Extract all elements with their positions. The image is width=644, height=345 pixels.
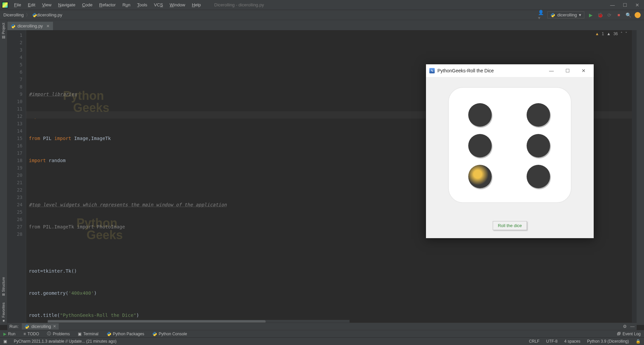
python-file-icon <box>32 13 37 17</box>
chevron-up-icon[interactable]: ˄ <box>621 31 623 36</box>
status-message: PyCharm 2021.1.3 available // Update... … <box>14 339 116 344</box>
breadcrumb-separator-icon: 〉 <box>26 12 30 18</box>
indent[interactable]: 4 spaces <box>564 339 580 344</box>
menu-window[interactable]: Window <box>166 2 189 7</box>
weak-warning-count: 36 <box>613 31 618 36</box>
gear-icon[interactable]: ⚙ <box>623 324 627 329</box>
tk-minimize-icon[interactable]: — <box>545 68 558 73</box>
tool-windows-icon[interactable]: ▣ <box>3 339 7 344</box>
breadcrumb-project[interactable]: Dicerolling <box>3 12 24 17</box>
watermark: Geeks <box>87 229 123 241</box>
avatar-icon[interactable] <box>635 12 641 18</box>
menu-navigate[interactable]: Navigate <box>55 2 78 7</box>
toolwindow-run[interactable]: ▶Run <box>3 332 15 336</box>
menu-edit[interactable]: Edit <box>24 2 39 7</box>
run-tool-tab-label: dicerolling <box>31 324 51 329</box>
debug-button[interactable]: 🐞 <box>597 12 603 18</box>
line-separator[interactable]: CRLF <box>529 339 539 344</box>
dice-pip <box>527 165 550 188</box>
right-gutter-strip <box>637 20 644 325</box>
dice-pip <box>527 134 550 157</box>
minimize-icon[interactable]: — <box>610 2 615 8</box>
window-title: Dicerolling - dicerolling.py <box>214 2 264 7</box>
toolwindow-console[interactable]: Python Console <box>152 332 187 336</box>
breadcrumb-file[interactable]: dicerolling.py <box>37 12 62 17</box>
menu-code[interactable]: Code <box>79 2 96 7</box>
dice-pip <box>468 165 492 188</box>
dice-pip <box>527 103 550 127</box>
run-button[interactable]: ▶ <box>588 12 594 18</box>
line-gutter: 1234567891011121314151617181920212223242… <box>7 30 26 323</box>
inspection-summary[interactable]: ▲1 ▲36 ˄ ˅ <box>595 31 627 36</box>
menu-refactor[interactable]: Refactor <box>96 2 119 7</box>
error-stripe[interactable] <box>632 30 637 323</box>
toolwindow-structure[interactable]: ≣ Structure <box>0 275 6 298</box>
tk-maximize-icon[interactable]: ☐ <box>561 68 574 73</box>
tk-window-title: PythonGeeks-Roll the Dice <box>437 68 494 73</box>
editor-tab-dicerolling[interactable]: dicerolling.py ✕ <box>7 22 53 30</box>
add-user-icon[interactable]: 👤▾ <box>538 12 544 18</box>
interpreter[interactable]: Python 3.9 (Dicerolling) <box>587 339 629 344</box>
maximize-icon[interactable]: ☐ <box>623 2 627 8</box>
python-file-icon <box>11 24 15 28</box>
encoding[interactable]: UTF-8 <box>546 339 557 344</box>
toolwindow-project[interactable]: ▤ Project <box>0 21 6 42</box>
run-tool-label: Run: <box>9 324 18 329</box>
menu-view[interactable]: View <box>39 2 55 7</box>
toolwindow-favorites[interactable]: ★ Favorites <box>0 300 6 325</box>
search-icon[interactable]: 🔍 <box>625 12 631 18</box>
menu-file[interactable]: File <box>11 2 24 7</box>
python-icon <box>550 13 555 17</box>
tk-feather-icon: ✎ <box>429 68 435 73</box>
toolwindow-packages[interactable]: Python Packages <box>107 332 144 336</box>
dice-image <box>448 87 572 203</box>
toolwindow-terminal[interactable]: ▣Terminal <box>78 332 98 336</box>
menu-run[interactable]: Run <box>119 2 134 7</box>
tk-titlebar[interactable]: ✎ PythonGeeks-Roll the Dice — ☐ ✕ <box>426 64 594 77</box>
hide-tool-icon[interactable]: — <box>630 324 635 329</box>
menu-vcs[interactable]: VCS <box>151 2 166 7</box>
lock-icon[interactable]: 🔒 <box>636 339 641 344</box>
coverage-button[interactable]: ⟳ <box>606 12 612 18</box>
warning-icon: ▲ <box>595 31 599 36</box>
pycharm-logo-icon <box>2 2 8 8</box>
toolwindow-eventlog[interactable]: 🗊Event Log <box>617 332 641 336</box>
tkinter-app-window[interactable]: ✎ PythonGeeks-Roll the Dice — ☐ ✕ Roll t… <box>426 64 594 238</box>
python-icon <box>24 324 29 329</box>
toolwindow-todo[interactable]: ≡TODO <box>23 332 39 336</box>
tab-label: dicerolling.py <box>17 23 43 28</box>
run-tool-tab[interactable]: dicerolling ✕ <box>22 323 59 330</box>
weak-warning-icon: ▲ <box>607 31 611 36</box>
run-config-name: dicerolling <box>557 12 577 17</box>
dice-pip <box>468 103 492 127</box>
dice-pip <box>468 134 492 157</box>
toolwindow-problems[interactable]: ⓘProblems <box>47 331 70 337</box>
run-config-selector[interactable]: dicerolling ▾ <box>547 11 584 18</box>
chevron-down-icon: ▾ <box>579 12 581 17</box>
close-tab-icon[interactable]: ✕ <box>46 24 50 28</box>
tk-close-icon[interactable]: ✕ <box>577 68 590 73</box>
close-run-tab-icon[interactable]: ✕ <box>53 324 56 329</box>
stop-button[interactable]: ■ <box>616 12 622 18</box>
menu-help[interactable]: Help <box>189 2 204 7</box>
menu-tools[interactable]: Tools <box>134 2 151 7</box>
close-icon[interactable]: ✕ <box>635 2 639 8</box>
warning-count: 1 <box>602 31 604 36</box>
chevron-down-icon[interactable]: ˅ <box>625 31 627 36</box>
roll-dice-button[interactable]: Roll the dice <box>493 221 527 230</box>
